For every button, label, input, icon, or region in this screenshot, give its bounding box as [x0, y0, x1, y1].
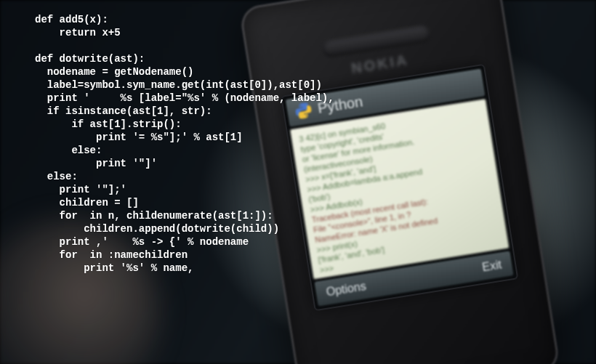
- softkey-options[interactable]: Options: [326, 280, 367, 299]
- softkey-exit[interactable]: Exit: [481, 258, 502, 274]
- code-overlay: def add5(x): return x+5 def dotwrite(ast…: [35, 13, 334, 275]
